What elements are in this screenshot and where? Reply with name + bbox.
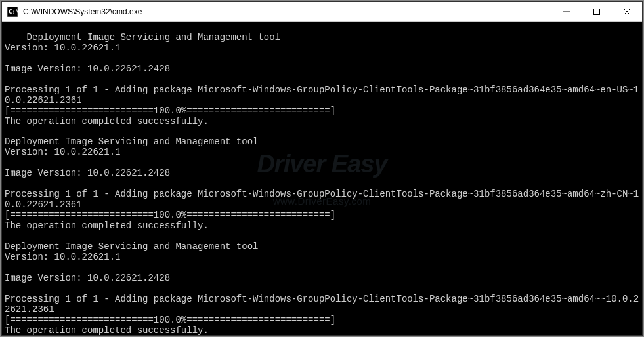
- svg-text:C:\: C:\: [9, 9, 18, 15]
- terminal-line: Version: 10.0.22621.1: [5, 252, 120, 262]
- terminal-line: [==========================100.0%=======…: [5, 210, 335, 220]
- terminal-line: Deployment Image Servicing and Managemen…: [5, 241, 258, 252]
- terminal-line: The operation completed successfully.: [5, 220, 209, 231]
- window-controls: [551, 2, 642, 21]
- svg-rect-3: [594, 9, 600, 14]
- terminal-line: Deployment Image Servicing and Managemen…: [27, 32, 280, 43]
- terminal-line: Processing 1 of 1 - Adding package Micro…: [5, 85, 639, 106]
- terminal-line: Processing 1 of 1 - Adding package Micro…: [5, 294, 639, 315]
- terminal-line: Processing 1 of 1 - Adding package Micro…: [5, 189, 639, 210]
- close-button[interactable]: [612, 2, 642, 21]
- window-title: C:\WINDOWS\System32\cmd.exe: [23, 7, 551, 16]
- watermark-logo: Driver Easy: [257, 151, 387, 176]
- terminal-line: [==========================100.0%=======…: [5, 106, 335, 116]
- terminal-line: Version: 10.0.22621.1: [5, 43, 120, 53]
- terminal-line: The operation completed successfully.: [5, 116, 209, 127]
- cmd-window: C:\ C:\WINDOWS\System32\cmd.exe Driver E…: [1, 1, 643, 336]
- terminal-line: Image Version: 10.0.22621.2428: [5, 168, 170, 178]
- maximize-button[interactable]: [582, 2, 612, 21]
- terminal-line: Image Version: 10.0.22621.2428: [5, 273, 170, 283]
- terminal-line: [==========================100.0%=======…: [5, 315, 335, 325]
- terminal-line: Deployment Image Servicing and Managemen…: [5, 136, 258, 147]
- terminal-line: Image Version: 10.0.22621.2428: [5, 64, 170, 74]
- terminal-output[interactable]: Driver Easy www.DriverEasy.com Deploymen…: [2, 22, 642, 335]
- terminal-line: Version: 10.0.22621.1: [5, 147, 120, 157]
- titlebar[interactable]: C:\ C:\WINDOWS\System32\cmd.exe: [2, 2, 642, 22]
- cmd-icon: C:\: [7, 7, 18, 17]
- minimize-button[interactable]: [551, 2, 582, 21]
- terminal-line: The operation completed successfully.: [5, 325, 209, 335]
